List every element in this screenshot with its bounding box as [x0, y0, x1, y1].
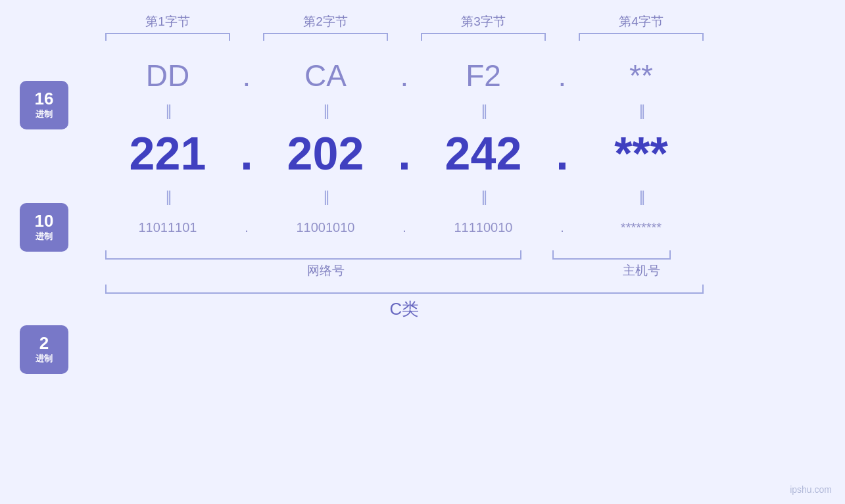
equals-2b: || [263, 187, 388, 206]
dec-dot-1: . [230, 127, 263, 180]
bin-val-3: 11110010 [421, 220, 546, 235]
col-header-1: 第1字节 [105, 13, 230, 30]
bin-dot-1: . [230, 220, 263, 235]
col-header-4: 第4字节 [579, 13, 704, 30]
hex-badge: 16 进制 [20, 81, 68, 129]
dec-val-3: 242 [421, 127, 546, 180]
dec-dot-3: . [546, 127, 579, 180]
host-bracket [552, 250, 671, 260]
equals-4b: || [579, 187, 704, 206]
bin-val-2: 11001010 [263, 220, 388, 235]
dec-dot-2: . [388, 127, 421, 180]
class-bracket [105, 285, 704, 294]
watermark: ipshu.com [790, 484, 832, 495]
equals-3b: || [421, 187, 546, 206]
bracket-1 [105, 33, 230, 41]
bin-val-4: ******** [579, 220, 704, 235]
dec-val-1: 221 [105, 127, 230, 180]
network-bracket [105, 250, 521, 260]
bin-dot-3: . [546, 220, 579, 235]
bin-dot-2: . [388, 220, 421, 235]
col-header-3: 第3字节 [421, 13, 546, 30]
class-label: C类 [105, 298, 704, 321]
hex-val-4: ** [579, 58, 704, 93]
hex-dot-1: . [230, 58, 263, 93]
bracket-2 [263, 33, 388, 41]
bin-badge: 2 进制 [20, 325, 68, 374]
dec-val-4: *** [579, 127, 704, 180]
network-label: 网络号 [105, 262, 546, 279]
bracket-3 [421, 33, 546, 41]
host-label: 主机号 [579, 262, 704, 279]
dec-val-2: 202 [263, 127, 388, 180]
hex-val-1: DD [105, 58, 230, 93]
hex-dot-2: . [388, 58, 421, 93]
col-header-2: 第2字节 [263, 13, 388, 30]
bin-val-1: 11011101 [105, 220, 230, 235]
bracket-4 [579, 33, 704, 41]
page: 16 进制 10 进制 2 进制 第1字节 第2字节 第3字节 第4 [0, 0, 845, 504]
equals-1a: || [105, 101, 230, 120]
equals-4a: || [579, 101, 704, 120]
equals-1b: || [105, 187, 230, 206]
dec-badge: 10 进制 [20, 203, 68, 252]
hex-val-2: CA [263, 58, 388, 93]
hex-val-3: F2 [421, 58, 546, 93]
equals-2a: || [263, 101, 388, 120]
hex-dot-3: . [546, 58, 579, 93]
equals-3a: || [421, 101, 546, 120]
